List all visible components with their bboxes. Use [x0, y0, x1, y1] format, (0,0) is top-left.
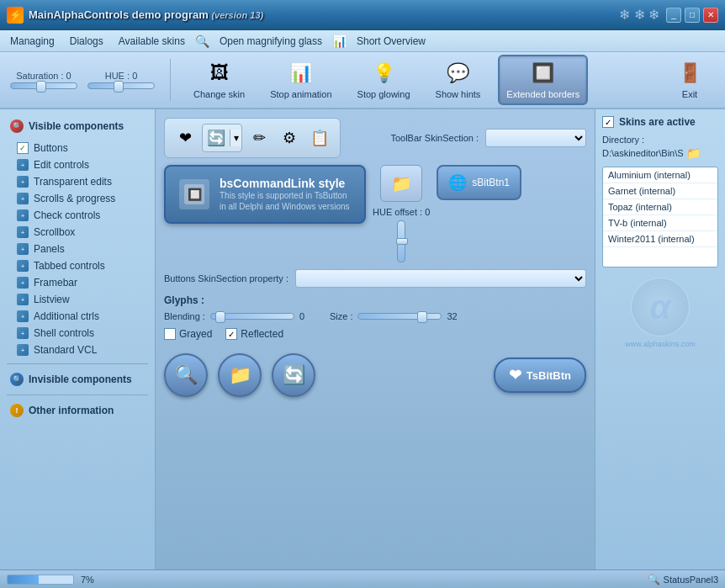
stop-animation-label: Stop animation	[270, 89, 331, 100]
size-thumb[interactable]	[417, 311, 427, 323]
refresh-icon-btn[interactable]: 🔄	[203, 124, 230, 151]
nav-listview[interactable]: + Listview	[3, 291, 151, 308]
exit-button[interactable]: 🚪 Exit	[664, 56, 715, 104]
size-value: 32	[447, 311, 467, 321]
blending-thumb[interactable]	[215, 311, 225, 323]
menu-available-skins[interactable]: Available skins	[112, 33, 192, 50]
grayed-checkbox[interactable]	[164, 328, 176, 340]
buttons-checkbox[interactable]: ✓	[17, 142, 29, 154]
visible-icon: 🔍	[10, 119, 24, 133]
demo-area: 🔲 bsCommandLink style This style is supp…	[164, 165, 586, 262]
sbitbtn-button[interactable]: 🌐 sBitBtn1	[437, 165, 521, 200]
toolbar: Saturation : 0 HUE : 0 🖼 Change skin 📊 S…	[0, 52, 725, 109]
blending-slider[interactable]	[210, 313, 294, 320]
tabbed-icon: +	[17, 260, 29, 272]
change-skin-button[interactable]: 🖼 Change skin	[186, 56, 252, 104]
skin-item-aluminium[interactable]: Aluminium (internal)	[603, 167, 717, 183]
grayed-label: Grayed	[179, 328, 212, 340]
reflected-checkbox-item[interactable]: ✓ Reflected	[225, 328, 283, 340]
app-icon: ⚡	[7, 7, 24, 24]
edit-controls-icon: +	[17, 159, 29, 171]
toolbar-skin-dropdown[interactable]	[485, 129, 586, 147]
sample-round-btn-2[interactable]: 📁	[218, 353, 262, 397]
menu-dialogs[interactable]: Dialogs	[63, 33, 110, 50]
menu-open-magnifying[interactable]: Open magnifying glass	[213, 33, 329, 50]
nav-additional-ctrls[interactable]: + Additional ctrls	[3, 308, 151, 325]
tsbitbtn-button[interactable]: ❤ TsBitBtn	[494, 358, 586, 393]
skin-item-garnet[interactable]: Garnet (internal)	[603, 183, 717, 199]
divider-1	[7, 363, 148, 364]
minimize-button[interactable]: _	[666, 8, 681, 23]
stop-glowing-button[interactable]: 💡 Stop glowing	[350, 56, 418, 104]
panels-icon: +	[17, 243, 29, 255]
settings-icon-btn[interactable]: ⚙	[276, 124, 303, 151]
menu-short-overview[interactable]: Short Overview	[350, 33, 432, 50]
command-link-icon: 🔲	[179, 179, 209, 209]
additional-icon: +	[17, 310, 29, 322]
status-progress-bar	[7, 575, 74, 585]
close-button[interactable]: ✕	[703, 8, 718, 23]
grayed-checkbox-item[interactable]: Grayed	[164, 328, 212, 340]
framebar-icon: +	[17, 277, 29, 289]
folder-sample-button[interactable]: 📁	[380, 165, 422, 202]
skin-item-tvb[interactable]: TV-b (internal)	[603, 215, 717, 231]
sbitbtn-icon: 🌐	[448, 173, 467, 192]
saturation-thumb[interactable]	[36, 81, 46, 93]
skins-active-checkbox[interactable]: ✓	[602, 116, 614, 128]
stop-glowing-icon: 💡	[370, 60, 397, 87]
nav-shell-controls[interactable]: + Shell controls	[3, 325, 151, 342]
reflected-label: Reflected	[241, 328, 283, 340]
status-text: StatusPanel3	[664, 575, 718, 585]
invisible-icon: 🔍	[10, 373, 24, 386]
command-link-button[interactable]: 🔲 bsCommandLink style This style is supp…	[164, 165, 366, 224]
exit-icon: 🚪	[676, 60, 703, 87]
maximize-button[interactable]: □	[685, 8, 700, 23]
nav-check-controls[interactable]: + Check controls	[3, 207, 151, 224]
show-hints-label: Show hints	[436, 89, 481, 100]
nav-tabbed-controls[interactable]: + Tabbed controls	[3, 257, 151, 274]
standard-icon: +	[17, 344, 29, 356]
saturation-slider[interactable]	[10, 82, 77, 89]
size-slider[interactable]	[357, 313, 442, 320]
nav-edit-controls[interactable]: + Edit controls	[3, 156, 151, 173]
nav-scrollbox[interactable]: + Scrollbox	[3, 224, 151, 241]
hue-offset-slider[interactable]	[397, 220, 405, 262]
hue-thumb[interactable]	[114, 81, 124, 93]
extended-borders-button[interactable]: 🔲 Extended borders	[498, 55, 588, 105]
nav-buttons[interactable]: ✓ Buttons	[3, 140, 151, 156]
stop-animation-icon: 📊	[288, 60, 315, 87]
clipboard-icon-btn[interactable]: 📋	[306, 124, 333, 151]
show-hints-button[interactable]: 💬 Show hints	[428, 56, 489, 104]
skin-item-topaz[interactable]: Topaz (internal)	[603, 199, 717, 215]
directory-label: Directory :	[602, 135, 718, 145]
nav-transparent-edits[interactable]: + Transparent edits	[3, 173, 151, 190]
hue-offset-thumb[interactable]	[396, 238, 408, 245]
logo-text: www.alphaskins.com	[625, 340, 696, 348]
hue-section: HUE : 0	[87, 71, 155, 89]
menu-managing[interactable]: Managing	[3, 33, 61, 50]
sample-round-btn-3[interactable]: 🔄	[272, 353, 315, 397]
stop-animation-button[interactable]: 📊 Stop animation	[262, 56, 339, 104]
tsbitbtn-label: TsBitBtn	[527, 369, 571, 382]
sample-round-btn-1[interactable]: 🔍	[164, 353, 208, 397]
nav-scrolls-progress[interactable]: + Scrolls & progress	[3, 190, 151, 207]
skin-item-winter2011[interactable]: Winter2011 (internal)	[603, 231, 717, 247]
refresh-dropdown[interactable]: ▾	[230, 130, 241, 146]
nav-standard-vcl[interactable]: + Standard VCL	[3, 342, 151, 358]
directory-path: D:\askineditor\Bin\S 📁	[602, 146, 718, 160]
sample-buttons-row: 🔍 📁 🔄 ❤ TsBitBtn	[164, 347, 586, 404]
alpha-logo: α	[631, 278, 690, 336]
edit-icon-btn[interactable]: ✏	[246, 124, 273, 151]
heart-icon-btn[interactable]: ❤	[172, 124, 198, 151]
nav-panels[interactable]: + Panels	[3, 241, 151, 257]
sbitbtn-label: sBitBtn1	[472, 177, 510, 188]
logo-area: α www.alphaskins.com	[602, 278, 718, 348]
glyphs-row: Blending : 0 Size : 32	[164, 311, 586, 321]
nav-framebar[interactable]: + Framebar	[3, 274, 151, 291]
buttons-skin-dropdown[interactable]	[295, 269, 586, 288]
hue-slider[interactable]	[87, 82, 155, 89]
reflected-checkbox[interactable]: ✓	[225, 328, 237, 340]
status-progress-fill	[8, 575, 39, 584]
checkbox-row: Grayed ✓ Reflected	[164, 328, 586, 340]
other-info-header: ! Other information	[3, 400, 151, 421]
